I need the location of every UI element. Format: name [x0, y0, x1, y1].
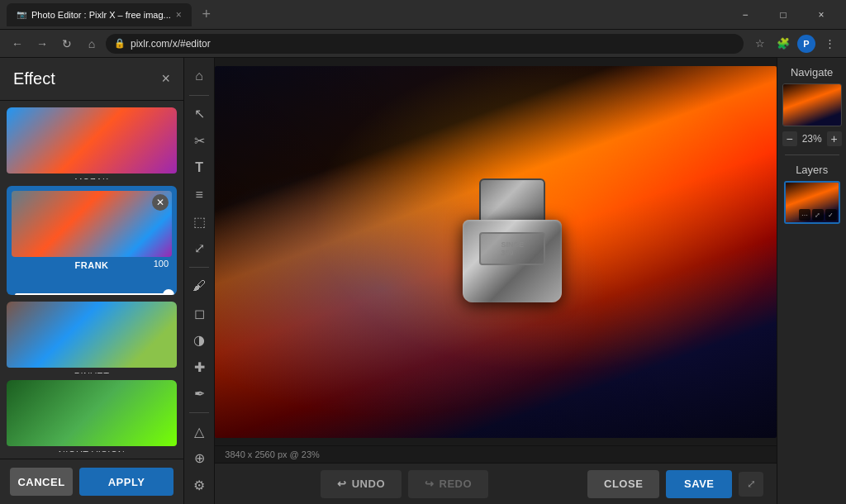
- zoom-control: − 23% +: [782, 126, 842, 151]
- effect-header: Effect ×: [0, 58, 183, 101]
- right-panel: Navigate − 23% + Layers ⋯ ⤢ ✓: [777, 58, 846, 504]
- tab-favicon: 📷: [17, 10, 26, 19]
- layer-more-icon: ⋯: [799, 209, 810, 221]
- address-bar-row: ← → ↻ ⌂ 🔒 pixlr.com/x/#editor ☆ 🧩 P ⋮: [0, 30, 846, 58]
- maximize-btn[interactable]: □: [765, 2, 801, 27]
- pinvet-thumb-image: [7, 302, 177, 368]
- nightvision-thumb-image: [7, 380, 177, 446]
- frank-slider-fill: [15, 293, 169, 294]
- canvas-info: 3840 x 2560 px @ 23%: [215, 445, 777, 463]
- refresh-btn[interactable]: ↻: [56, 33, 78, 55]
- tool-pencil[interactable]: ✒: [185, 383, 213, 407]
- active-tab[interactable]: 📷 Photo Editor : Pixlr X – free imag... …: [7, 3, 192, 26]
- window-close-btn[interactable]: ×: [803, 2, 839, 27]
- tab-close-btn[interactable]: ×: [176, 9, 182, 21]
- undo-button[interactable]: ↩ UNDO: [321, 470, 402, 498]
- expand-btn[interactable]: ⤢: [739, 472, 763, 497]
- cancel-button[interactable]: CANCEL: [10, 468, 73, 496]
- frank-thumbnail: ✕: [12, 191, 172, 257]
- url-text: pixlr.com/x/#editor: [131, 38, 211, 50]
- bottom-toolbar: ↩ UNDO ↪ REDO CLOSE SAVE ⤢: [215, 463, 777, 504]
- tool-cursor[interactable]: ↖: [185, 102, 213, 126]
- mozak-thumbnail: [7, 107, 177, 174]
- mozak-thumb-image: [7, 107, 177, 174]
- address-bar[interactable]: 🔒 pixlr.com/x/#editor: [106, 34, 744, 54]
- pinvet-thumbnail: [7, 302, 177, 368]
- new-tab-btn[interactable]: +: [197, 5, 216, 25]
- mozak-name: MOZAK: [7, 174, 177, 179]
- toolbar-divider-2: [189, 267, 209, 268]
- window-controls: − □ ×: [727, 2, 839, 27]
- layer-thumbnail[interactable]: ⋯ ⤢ ✓: [784, 181, 840, 224]
- frank-slider-value: 100: [154, 259, 169, 269]
- tool-image[interactable]: ⬚: [185, 210, 213, 234]
- layer-check-icon: ✓: [825, 209, 837, 221]
- tool-transform[interactable]: ⤢: [185, 237, 213, 261]
- nightvision-name: NIGHT VISION: [7, 446, 177, 452]
- frank-thumb-image: [12, 191, 172, 257]
- apply-button[interactable]: APPLY: [79, 468, 173, 496]
- bookmark-btn[interactable]: ☆: [750, 34, 770, 54]
- tool-eraser[interactable]: ◻: [185, 302, 213, 326]
- redo-icon: ↪: [425, 478, 435, 490]
- tool-contrast[interactable]: ◑: [185, 328, 213, 352]
- effect-title: Effect: [13, 69, 55, 88]
- layers-label: Layers: [796, 159, 828, 181]
- tool-lines[interactable]: ≡: [185, 183, 213, 207]
- lock-icon: 🔒: [114, 38, 126, 49]
- redo-button[interactable]: ↪ REDO: [408, 470, 488, 498]
- buckle-shape: SINCE359: [430, 170, 595, 352]
- browser-icons: ☆ 🧩 P ⋮: [750, 34, 839, 54]
- tool-brush[interactable]: 🖌: [185, 274, 213, 298]
- user-avatar: P: [797, 35, 815, 53]
- tool-cut[interactable]: ✂: [185, 129, 213, 153]
- effect-footer: CANCEL APPLY: [0, 459, 183, 504]
- extensions-btn[interactable]: 🧩: [773, 34, 793, 54]
- toolbar-divider-1: [189, 95, 209, 96]
- effect-list: MOZAK ✕ FRANK 100: [0, 101, 183, 459]
- forward-btn[interactable]: →: [31, 33, 53, 55]
- pinvet-name: PINVET: [7, 368, 177, 373]
- app-container: Effect × MOZAK ✕ FRANK 100: [0, 58, 846, 504]
- zoom-value: 23%: [802, 133, 822, 145]
- profile-btn[interactable]: P: [796, 34, 816, 54]
- close-button[interactable]: CLOSE: [587, 470, 659, 498]
- effect-item-nightvision[interactable]: NIGHT VISION: [7, 380, 177, 452]
- layers-divider: [785, 155, 839, 155]
- layer-expand-icon: ⤢: [812, 209, 824, 221]
- frank-name: FRANK: [12, 257, 172, 272]
- back-btn[interactable]: ←: [7, 33, 28, 55]
- tool-settings[interactable]: ⚙: [185, 473, 213, 497]
- frank-slider-thumb[interactable]: [163, 289, 174, 294]
- canvas-workspace[interactable]: SINCE359: [215, 58, 777, 445]
- tool-healing[interactable]: ✚: [185, 355, 213, 379]
- effect-close-btn[interactable]: ×: [162, 70, 171, 88]
- home-btn[interactable]: ⌂: [81, 33, 102, 55]
- nav-thumb-image: [783, 84, 841, 126]
- tool-globe[interactable]: ⊕: [185, 447, 213, 471]
- nightvision-thumbnail: [7, 380, 177, 446]
- redo-label: REDO: [440, 478, 473, 490]
- zoom-in-btn[interactable]: +: [827, 131, 842, 146]
- minimize-btn[interactable]: −: [727, 2, 763, 27]
- navigate-label: Navigate: [791, 58, 833, 83]
- effect-item-mozak[interactable]: MOZAK: [7, 107, 177, 179]
- canvas-area: SINCE359 3840 x 2560 px @ 23% ↩ UNDO ↪ R…: [215, 58, 777, 504]
- tool-home[interactable]: ⌂: [185, 64, 213, 88]
- frank-slider-track[interactable]: [15, 293, 169, 294]
- save-button[interactable]: SAVE: [666, 470, 732, 498]
- toolbar-divider-3: [189, 412, 209, 413]
- canvas-dimensions: 3840 x 2560 px @ 23%: [225, 449, 320, 459]
- menu-btn[interactable]: ⋮: [820, 34, 839, 54]
- undo-icon: ↩: [337, 478, 347, 490]
- nav-thumbnail: [782, 83, 842, 126]
- effect-item-pinvet[interactable]: PINVET: [7, 302, 177, 373]
- effect-item-frank[interactable]: ✕ FRANK 100: [7, 186, 177, 294]
- tool-triangle[interactable]: △: [185, 420, 213, 444]
- effect-panel: Effect × MOZAK ✕ FRANK 100: [0, 58, 184, 504]
- zoom-out-btn[interactable]: −: [782, 131, 797, 146]
- left-toolbar: ⌂ ↖ ✂ T ≡ ⬚ ⤢ 🖌 ◻ ◑ ✚ ✒ △ ⊕ ⚙: [184, 58, 215, 504]
- buckle-body: SINCE359: [463, 220, 562, 302]
- tool-text[interactable]: T: [185, 156, 213, 180]
- frank-slider-container: 100: [12, 272, 172, 294]
